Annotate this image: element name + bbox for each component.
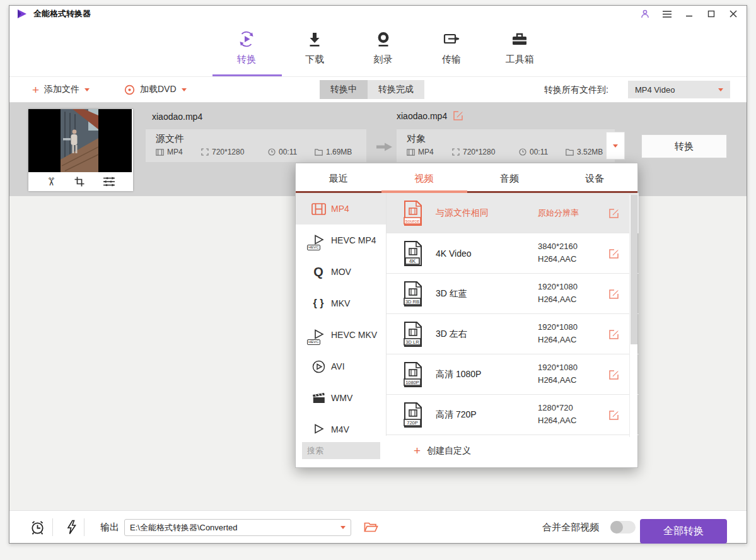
minimize-icon[interactable] (683, 9, 695, 19)
output-label: 输出 (100, 511, 119, 544)
preset-3d-red-blue[interactable]: 3D RB 3D 红蓝 1920*1080H264,AAC (387, 274, 639, 314)
format-item-hevc-mp4[interactable]: HEVC HEVC MP4 (296, 225, 386, 256)
play-circle-icon (306, 360, 331, 373)
edit-preset-icon[interactable] (608, 370, 619, 383)
tab-toolbox[interactable]: 工具箱 (497, 30, 542, 66)
popup-tab-recent[interactable]: 最近 (296, 163, 381, 193)
video-thumbnail[interactable] (28, 109, 132, 172)
source-filename: xiaodao.mp4 (152, 112, 202, 122)
output-format-value: MP4 Video (635, 85, 675, 95)
effects-icon[interactable] (103, 176, 115, 187)
edit-preset-icon[interactable] (608, 208, 619, 221)
preset-hd-720p[interactable]: 720P 高清 720P 1280*720H264,AAC (387, 395, 639, 435)
3d-rb-file-icon: 3D RB (403, 281, 423, 310)
folder-icon (566, 149, 574, 156)
high-speed-icon[interactable] (66, 520, 77, 535)
maximize-icon[interactable] (706, 9, 717, 19)
resolution-icon (201, 148, 209, 156)
popup-tab-audio[interactable]: 音频 (467, 163, 552, 193)
app-logo-icon (17, 9, 28, 19)
trim-icon[interactable]: ✂ (44, 177, 58, 186)
add-file-button[interactable]: + 添加文件 (32, 77, 90, 102)
edit-preset-icon[interactable] (608, 329, 619, 342)
format-item-mp4[interactable]: MP4 (296, 193, 386, 225)
crop-icon[interactable] (74, 176, 85, 187)
tab-finished[interactable]: 转换完成 (368, 80, 424, 99)
popup-tab-video[interactable]: 视频 (381, 163, 467, 193)
divider (52, 518, 53, 536)
tab-convert[interactable]: 转换 (224, 30, 269, 66)
format-list: MP4 HEVC HEVC MP4 Q MOV { } MKV HEV (296, 193, 387, 436)
convert-all-button[interactable]: 全部转换 (640, 519, 727, 544)
folder-icon (315, 149, 323, 156)
source-format: MP4 (156, 148, 201, 156)
target-format-dropdown-button[interactable] (606, 132, 625, 160)
edit-preset-icon[interactable] (608, 410, 619, 423)
bottom-bar: 输出 合并全部视频 全部转换 (9, 510, 747, 543)
menu-icon[interactable] (661, 9, 673, 19)
target-format: MP4 (407, 148, 452, 156)
source-file-icon: source (403, 200, 423, 229)
burn-disc-icon (375, 30, 392, 49)
tab-burn[interactable]: 刻录 (361, 30, 406, 66)
open-folder-icon[interactable] (364, 522, 378, 533)
format-item-mov[interactable]: Q MOV (296, 256, 386, 288)
convert-button[interactable]: 转换 (641, 134, 727, 158)
format-item-mkv[interactable]: { } MKV (296, 288, 386, 319)
target-resolution: 720*1280 (452, 148, 519, 156)
format-item-avi[interactable]: AVI (296, 351, 386, 382)
quicktime-icon: Q (306, 265, 331, 278)
tab-burn-label: 刻录 (374, 54, 393, 66)
merge-videos-label: 合并全部视频 (542, 511, 599, 544)
preset-same-as-source[interactable]: source 与源文件相同 原始分辨率 (387, 193, 639, 233)
video-thumbnail-card: ✂ (28, 109, 133, 191)
output-path-input[interactable] (124, 519, 351, 536)
schedule-icon[interactable] (30, 520, 45, 535)
rename-icon[interactable] (453, 110, 463, 121)
format-item-wmv[interactable]: WMV (296, 382, 386, 414)
tab-transfer-label: 传输 (442, 54, 461, 66)
source-panel-title: 源文件 (156, 133, 366, 145)
resolution-icon (452, 148, 460, 156)
preset-scrollbar[interactable] (629, 195, 637, 437)
edit-preset-icon[interactable] (608, 289, 619, 302)
clapperboard-icon (306, 392, 331, 404)
create-custom-button[interactable]: + 创建自定义 (414, 442, 471, 459)
dvd-icon (124, 85, 135, 95)
format-item-hevc-mkv[interactable]: HEVC HEVC MKV (296, 319, 386, 351)
chevron-down-icon[interactable] (340, 526, 346, 529)
close-icon[interactable] (728, 9, 739, 19)
target-size: 3.52MB (566, 148, 603, 156)
popup-tab-device[interactable]: 设备 (552, 163, 638, 193)
svg-text:3D RB: 3D RB (405, 299, 419, 305)
tab-download-label: 下载 (305, 54, 324, 66)
format-item-m4v[interactable]: M4V (296, 414, 386, 436)
chevron-down-icon (613, 144, 618, 148)
tab-converting[interactable]: 转换中 (320, 80, 368, 99)
merge-videos-toggle[interactable] (610, 521, 636, 534)
format-picker-popup: 最近 视频 音频 设备 MP4 HEVC HEVC MP4 (295, 163, 638, 468)
chevron-down-icon (84, 88, 90, 91)
chevron-down-icon (182, 88, 187, 91)
load-dvd-button[interactable]: 加载DVD (124, 77, 187, 102)
target-duration: 00:11 (519, 148, 566, 156)
preset-3d-left-right[interactable]: 3D LR 3D 左右 1920*1080H264,AAC (387, 314, 639, 354)
clock-icon (519, 148, 526, 156)
mp4-film-icon (306, 203, 331, 215)
preset-4k-video[interactable]: 4K 4K Video 3840*2160H264,AAC (387, 233, 639, 274)
output-format-dropdown[interactable]: MP4 Video (628, 81, 730, 98)
chevron-down-icon (718, 88, 723, 91)
edit-preset-icon[interactable] (608, 248, 619, 262)
tab-convert-label: 转换 (237, 54, 256, 66)
format-search-input[interactable] (302, 442, 380, 459)
scrollbar-thumb[interactable] (631, 195, 637, 344)
tab-download[interactable]: 下载 (292, 30, 337, 66)
svg-text:720P: 720P (407, 420, 418, 426)
download-icon (306, 30, 323, 49)
screen: 全能格式转换器 (0, 0, 756, 560)
preset-hd-1080p[interactable]: 1080P 高清 1080P 1920*1080H264,AAC (387, 354, 639, 395)
tab-transfer[interactable]: 传输 (429, 30, 474, 66)
load-dvd-label: 加载DVD (140, 84, 177, 95)
svg-text:1080P: 1080P (405, 380, 419, 385)
account-icon[interactable] (639, 9, 651, 19)
